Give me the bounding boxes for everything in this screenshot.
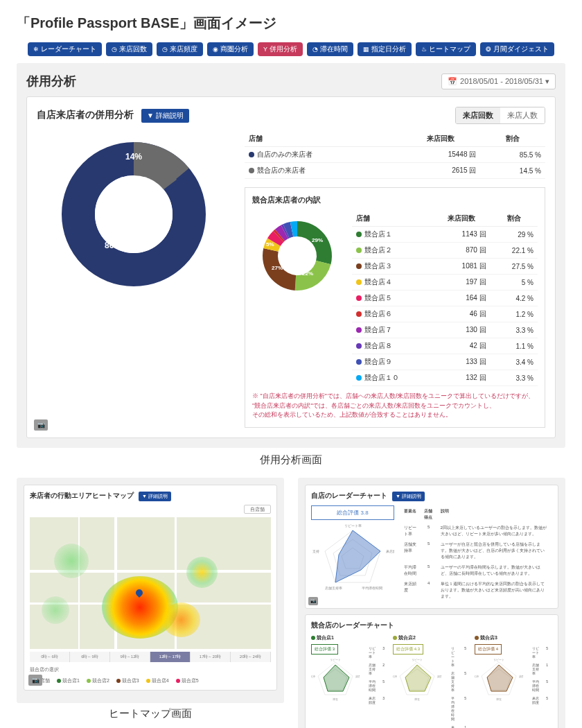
svg-text:滞在: 滞在 [496, 697, 502, 701]
color-dot [356, 248, 362, 253]
time-slot[interactable]: 0時～6時 [30, 652, 70, 662]
color-dot [356, 279, 362, 285]
analysis-panel: 併用分析 📅 2018/05/01 - 2018/05/31 ▾ 自店来店者の併… [17, 63, 565, 448]
nav-label: 滞在時間 [320, 44, 348, 54]
table-row: 競合店７130 回3.3 % [352, 322, 538, 338]
svg-text:滞在: 滞在 [414, 697, 420, 701]
svg-text:頻度: 頻度 [519, 675, 523, 678]
th-pct: 割合 [480, 131, 545, 147]
nav-item[interactable]: ♨ヒートマップ [416, 42, 476, 56]
svg-marker-28 [487, 665, 513, 691]
nav-icon: ❂ [486, 46, 491, 53]
nav-item[interactable]: ❄レーダーチャート [28, 42, 102, 56]
color-dot [356, 311, 362, 317]
heatmap-thumb: 来店者の行動エリアヒートマップ ▼ 詳細説明 自店舗 [17, 478, 284, 729]
heatmap-legend: 自店舗競合店1競合店2競合店3競合店4競合店5 [30, 673, 271, 684]
summary-table: 店舗 来店回数 割合 自店のみの来店者15448 回85.5 %競合店の来店者2… [245, 131, 545, 179]
svg-text:頻度: 頻度 [437, 675, 441, 678]
date-range-picker[interactable]: 📅 2018/05/01 - 2018/05/31 ▾ [441, 73, 556, 89]
svg-text:リピート率: リピート率 [344, 523, 362, 528]
nav-item[interactable]: ◷来店回数 [106, 42, 152, 56]
svg-text:支持: 支持 [475, 675, 479, 678]
time-slot[interactable]: 20時～24時 [231, 652, 271, 662]
svg-text:平均滞在時間: 平均滞在時間 [362, 586, 382, 590]
nav-item[interactable]: ◉商圏分析 [207, 42, 254, 56]
nav-item[interactable]: ◔滞在時間 [307, 42, 353, 56]
detail-button[interactable]: ▼ 詳細説明 [141, 109, 189, 123]
table-row: 競合店２870 回22.1 % [352, 243, 538, 259]
toggle-visits[interactable]: 来店回数 [456, 107, 500, 123]
legend-item[interactable]: 競合店5 [176, 678, 199, 683]
svg-text:滞在: 滞在 [333, 697, 338, 701]
camera-icon[interactable]: 📷 [34, 419, 48, 431]
nav-item[interactable]: ◷来店頻度 [157, 42, 203, 56]
breakdown-box: 競合店来店者の内訳 29% 22% 27% 5% [245, 187, 545, 428]
legend-item[interactable]: 競合店3 [116, 678, 139, 683]
own-score: 総合評価 3.8 [311, 505, 394, 520]
nav-icon: ❄ [33, 46, 39, 53]
breakdown-table: 店舗 来店回数 割合 競合店１1143 回29 %競合店２870 回22.1 %… [352, 211, 538, 386]
time-slot[interactable]: 9時～12時 [110, 652, 150, 662]
nav-tabs: ❄レーダーチャート◷来店回数◷来店頻度◉商圏分析Y併用分析◔滞在時間▦指定日分析… [17, 42, 565, 56]
nav-icon: ♨ [421, 46, 427, 53]
radar-own-title: 自店のレーダーチャート [311, 491, 387, 501]
nav-icon: ◷ [162, 46, 168, 53]
nav-item[interactable]: ▦指定日分析 [358, 42, 412, 56]
svg-text:店舗支持率: 店舗支持率 [325, 586, 342, 590]
heatmap-detail-btn[interactable]: ▼ 詳細説明 [139, 492, 171, 501]
sth-pct: 割合 [491, 211, 538, 227]
radar-detail-btn[interactable]: ▼ 詳細説明 [392, 492, 425, 501]
nav-label: 来店頻度 [170, 44, 197, 54]
table-row: 競合店５164 回4.2 % [352, 291, 538, 306]
th-store: 店舗 [245, 131, 401, 147]
svg-marker-21 [405, 665, 431, 691]
color-dot [249, 168, 254, 173]
legend-item[interactable]: 競合店2 [87, 678, 109, 683]
nav-icon: Y [263, 46, 267, 53]
svg-text:頻度: 頻度 [355, 675, 360, 678]
card-title: 自店来店者の併用分析 [37, 109, 134, 120]
color-dot [356, 263, 362, 269]
nav-label: 月間ダイジェスト [493, 44, 549, 54]
nav-label: ヒートマップ [429, 44, 470, 54]
legend-item[interactable]: 競合店1 [57, 678, 80, 683]
metric-row: 平均滞在時間5ユーザーの平均滞在時間を示します。数値が大きいほど、店舗に長時間滞… [401, 563, 551, 578]
camera-icon[interactable]: 📷 [308, 597, 318, 605]
slice-a: 29% [312, 237, 323, 243]
color-dot [249, 152, 254, 157]
radar-metrics-table: 要素名 店舗得点 説明 リピート率52回以上来店しているユーザーの割合を示します… [400, 505, 552, 603]
legend-item[interactable]: 競合店4 [146, 678, 169, 683]
heatmap-title: 来店者の行動エリアヒートマップ [30, 491, 134, 501]
competitor-cell: 競合店3 総合評価 4 リピート 頻度 滞在 支持 リピート率5店舗支持率1平均… [475, 634, 552, 729]
table-row: 競合店１1143 回29 % [352, 227, 538, 243]
svg-marker-14 [324, 665, 349, 691]
table-row: 競合店９133 回3.4 % [352, 354, 538, 370]
analysis-card: 自店来店者の併用分析 ▼ 詳細説明 来店回数 来店人数 86% [26, 96, 556, 438]
main-caption: 併用分析画面 [17, 453, 565, 467]
slice-b: 22% [302, 270, 313, 277]
time-slot[interactable]: 6時～9時 [70, 652, 110, 662]
sth-store: 店舗 [352, 211, 433, 227]
table-row: 自店のみの来店者15448 回85.5 % [245, 147, 545, 163]
page-title: 「Profile Passport BASE」画面イメージ [17, 14, 565, 33]
camera-icon[interactable]: 📷 [28, 675, 42, 686]
time-slot[interactable]: 12時～17時 [150, 652, 191, 662]
section-title: 併用分析 [26, 73, 76, 89]
nav-icon: ◔ [312, 46, 318, 53]
svg-text:リピート: リピート [412, 658, 423, 661]
svg-text:支持: 支持 [393, 675, 397, 678]
competitor-cell: 競合店1 総合評価 3 リピート 頻度 滞在 支持 リピート率3店舗支持率2平均… [311, 634, 389, 729]
sth-visits: 来店回数 [433, 211, 490, 227]
svg-text:支持: 支持 [311, 675, 315, 678]
svg-text:支持: 支持 [312, 549, 319, 553]
nav-item[interactable]: ❂月間ダイジェスト [480, 42, 554, 56]
time-slot[interactable]: 17時～20時 [191, 652, 231, 662]
competitor-cell: 競合店2 総合評価 4.3 リピート 頻度 滞在 支持 リピート率5店舗支持率5… [393, 634, 470, 729]
radar-comp-title: 競合店のレーダーチャート [311, 621, 394, 630]
metric-row: 店舗支持率5ユーザーが自店と競合店を併用している店舗を示します。数値が大きいほど… [401, 540, 551, 562]
table-row: 競合店４197 回5 % [352, 275, 538, 291]
toggle-people[interactable]: 来店人数 [500, 107, 545, 123]
store-pill[interactable]: 自店舗 [244, 505, 271, 514]
nav-item[interactable]: Y併用分析 [258, 42, 303, 56]
map-area[interactable] [30, 517, 271, 649]
